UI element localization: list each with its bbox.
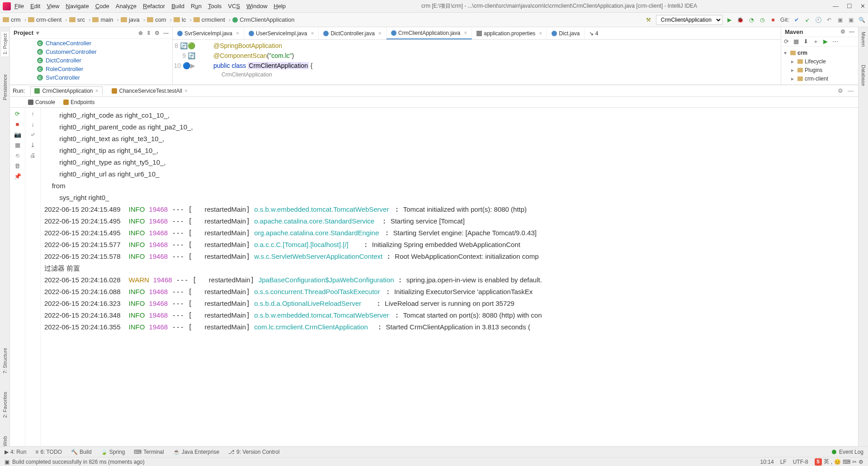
more-icon[interactable]: ⋯ [832,38,838,45]
ime-emoji[interactable]: 😊 [834,459,841,465]
git-update-icon[interactable]: ✔ [793,16,800,24]
menu-run[interactable]: Run [191,3,202,10]
run-icon[interactable]: ▶ [726,16,733,24]
console-output[interactable]: right0_.right_code as right_co1_10_, rig… [41,108,858,446]
crumb-class[interactable]: CrmClientApplication [232,16,298,23]
scroll-icon[interactable]: ⤓ [30,142,35,148]
toolwin-structure[interactable]: 7: Structure [2,348,8,374]
run-config-select[interactable]: CrmClientApplication [656,15,722,25]
minimize-button[interactable]: — [833,3,839,10]
project-tree[interactable]: CChanceController CCustomerController CD… [10,39,172,85]
menu-tools[interactable]: Tools [208,3,222,10]
bt-build[interactable]: 🔨 Build [71,449,92,455]
add-icon[interactable]: ＋ [813,38,819,46]
snapshot-icon[interactable]: 📷 [14,131,21,138]
reimport-icon[interactable]: ⟳ [784,38,789,45]
crumb-com[interactable]: com [147,16,172,23]
sogou-icon[interactable]: S [815,458,822,466]
editor-breadcrumb[interactable]: CrmClientApplication [213,71,781,79]
toolwin-database[interactable]: Database [861,65,866,86]
ime-keyboard[interactable]: ⌨ [843,459,850,465]
menu-navigate[interactable]: Navigate [66,3,89,10]
bt-versioncontrol[interactable]: ⎇ 9: Version Control [228,449,279,455]
hide-icon[interactable]: — [163,30,169,36]
profile-icon[interactable]: ◷ [759,16,766,24]
bt-run[interactable]: ▶ 4: Run [5,449,26,455]
maven-root[interactable]: ▾crm [784,48,855,57]
tab-dictcontroller[interactable]: DictController.java× [319,27,386,39]
bt-terminal[interactable]: ⌨ Terminal [134,449,164,455]
layout-icon[interactable]: ▦ [15,142,20,148]
ime-clipboard[interactable]: ✂ [852,459,857,465]
ime-punct[interactable]: , [831,459,832,465]
bt-spring[interactable]: 🍃 Spring [101,449,125,455]
crumb-lc[interactable]: lc [174,16,192,23]
run-tab-chancetest[interactable]: ChanceServiceTest.testAll× [108,87,191,95]
rerun-icon[interactable]: ⟳ [15,110,20,117]
exit-icon[interactable]: ⎋ [16,152,19,159]
ide-layout-icon[interactable]: ▣ [836,16,844,24]
close-icon[interactable]: × [236,30,239,37]
settings-icon[interactable]: ⚙ [838,87,843,94]
close-icon[interactable]: × [539,30,542,37]
editor-code[interactable]: @SpringBootApplication @ComponentScan("c… [213,40,781,85]
editor-body[interactable]: 8🔄🟢 9🔄 10🔵▶ @SpringBootApplication @Comp… [173,40,781,85]
tab-svrservice[interactable]: SvrServiceImpl.java× [173,27,244,39]
git-commit-icon[interactable]: ↙ [804,16,811,24]
run-tab-crmclient[interactable]: CrmClientApplication× [30,86,102,95]
line-sep[interactable]: LF [780,459,787,465]
print-icon[interactable]: 🖨 [30,152,36,159]
status-icon[interactable]: ▣ [5,459,9,465]
crumb-java[interactable]: java [121,16,145,23]
tab-appprops[interactable]: application.properties× [472,27,547,39]
maven-crmclient[interactable]: ▸crm-client [784,74,855,83]
toolwin-project[interactable]: 1: Project [1,32,9,56]
menu-view[interactable]: View [47,3,59,10]
subtab-console[interactable]: Console [28,99,55,105]
menu-analyze[interactable]: Analyze [116,3,137,10]
git-history-icon[interactable]: 🕘 [815,16,822,24]
locate-icon[interactable]: ⊕ [138,30,143,36]
menu-refactor[interactable]: Refactor [143,3,165,10]
crumb-src[interactable]: src [69,16,91,23]
caret-pos[interactable]: 10:14 [760,459,774,465]
stop-icon[interactable]: ■ [769,16,777,24]
menu-window[interactable]: Window [246,3,267,10]
git-rollback-icon[interactable]: ↶ [826,16,833,24]
bt-todo[interactable]: ≡ 6: TODO [35,449,62,455]
crumb-crm[interactable]: crm [3,16,26,23]
crumb-crm-client[interactable]: crm-client [28,16,67,23]
maven-lifecycle[interactable]: ▸Lifecycle [784,57,855,66]
menu-help[interactable]: Help [274,3,286,10]
maven-plugins[interactable]: ▸Plugins [784,66,855,74]
ime-settings[interactable]: ⚙ [859,459,863,465]
search-everywhere-icon[interactable]: 🔍 [858,16,865,24]
menu-code[interactable]: Code [95,3,109,10]
toolwin-favorites[interactable]: 2: Favorites [2,392,8,418]
maven-tree[interactable]: ▾crm ▸Lifecycle ▸Plugins ▸crm-client [781,47,858,85]
tab-dictjava[interactable]: Dict.java [547,27,585,39]
hide-icon[interactable]: — [849,29,854,35]
close-icon[interactable]: × [184,88,188,94]
close-icon[interactable]: × [464,30,467,36]
close-button[interactable]: ✕ [860,3,865,10]
settings-icon[interactable]: ⚙ [840,29,845,35]
tab-userservice[interactable]: UserServiceImpl.java× [244,27,319,39]
pin-icon[interactable]: 📌 [14,173,21,180]
coverage-icon[interactable]: ◔ [748,16,755,24]
menu-file[interactable]: File [14,3,24,10]
menu-build[interactable]: Build [171,3,184,10]
toolwin-web[interactable]: Web [2,436,8,446]
stop-icon[interactable]: ■ [16,121,19,128]
settings-icon[interactable]: ⚙ [155,30,160,36]
debug-icon[interactable]: 🐞 [737,16,744,24]
ide-settings-icon[interactable]: ▣ [847,16,854,24]
toolwin-maven[interactable]: Maven [861,32,866,47]
encoding[interactable]: UTF-8 [793,459,808,465]
crumb-crmclient[interactable]: crmclient [193,16,231,23]
build-hammer-icon[interactable]: ⚒ [645,16,652,24]
tab-crmclientapp[interactable]: CrmClientApplication.java× [387,27,472,39]
up-icon[interactable]: ↑ [31,110,34,117]
generate-icon[interactable]: ▦ [793,38,799,45]
close-icon[interactable]: × [311,30,314,37]
